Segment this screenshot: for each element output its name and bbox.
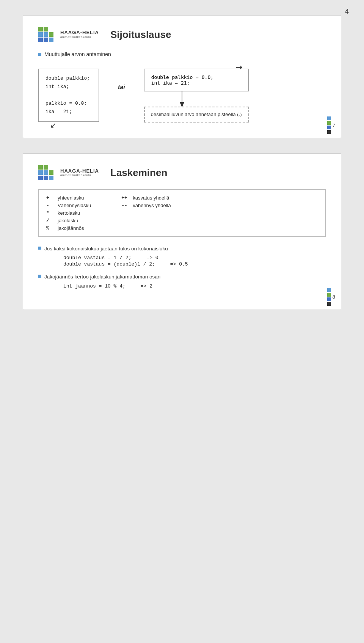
bullet-icon-3: [38, 275, 41, 278]
logo-tile: [44, 170, 48, 175]
ops-label-incr: kasvatus yhdellä: [133, 195, 169, 201]
slide-2: HAAGA-HELIA ammattikorkeakoulu Laskemine…: [23, 153, 341, 310]
color-block-blue-2: [327, 288, 331, 292]
section1-content: Jos kaksi kokonaislukua jaetaan tulos on…: [44, 245, 188, 268]
arrow-up-right-icon: ↗: [233, 61, 245, 73]
logo-tile: [38, 165, 43, 170]
logo-2: HAAGA-HELIA ammattikorkeakoulu: [38, 165, 99, 180]
logo-subtitle-2: ammattikorkeakoulu: [60, 174, 99, 177]
logo-tile: [38, 176, 43, 180]
right-content: double palkkio = 0.0; int ika = 21; ↗ de…: [144, 69, 249, 123]
slide2-num: 8: [333, 294, 335, 300]
logo-tile: [38, 32, 43, 37]
slide2-pagenum: 8: [327, 288, 335, 306]
slide1-subtitle: Muuttujalle arvon antaminen: [44, 51, 111, 57]
code-2-code: double vastaus = (double)1 / 2;: [63, 261, 155, 267]
slide1-header: HAAGA-HELIA ammattikorkeakoulu Sijoitusl…: [38, 27, 326, 42]
color-blocks-icon: [327, 116, 331, 134]
logo-brand-top: HAAGA-HELIA: [60, 30, 99, 35]
code-line-3: int jaannos = 10 % 4; => 2: [63, 283, 160, 289]
right-code-box: double palkkio = 0.0; int ika = 21; ↗: [144, 69, 249, 91]
color-blocks-icon-2: [327, 288, 331, 306]
operations-table: + yhteenlasku - Vähennyslasku * kertolas…: [38, 189, 326, 237]
logo-brand-top-2: HAAGA-HELIA: [60, 168, 99, 174]
section1-code: double vastaus = 1 / 2; => 0 double vast…: [56, 255, 188, 267]
left-code-box: double palkkio; int ika; palkkio = 0.0; …: [38, 69, 99, 122]
slide1-title: Sijoituslause: [110, 29, 171, 41]
bullet-icon: [38, 53, 41, 56]
page-number: 4: [345, 8, 349, 16]
logo-tile: [38, 38, 43, 42]
svg-marker-1: [180, 102, 184, 107]
color-block-black-2: [327, 302, 331, 306]
note-box: desimaaliluvun arvo annetaan pisteellä (…: [144, 107, 249, 123]
logo-tile: [49, 176, 53, 180]
code-1-code: double vastaus = 1 / 2;: [63, 255, 131, 261]
ops-item-incr: ++ kasvatus yhdellä: [121, 195, 171, 201]
ops-right: ++ kasvatus yhdellä -- vähennys yhdellä: [121, 195, 171, 231]
code-3-code: int jaannos = 10 % 4;: [63, 283, 126, 289]
ops-sym-div: /: [46, 218, 53, 223]
section2-content: Jakojäännös kertoo jakolaskun jakamattom…: [44, 273, 160, 289]
ops-sym-mod: %: [46, 225, 53, 231]
right-code-text: double palkkio = 0.0; int ika = 21;: [151, 74, 242, 86]
ops-label-mod: jakojäännös: [58, 225, 84, 231]
logo-tile: [38, 27, 43, 31]
ops-sym-mult: *: [46, 210, 53, 216]
slide1-num: 7: [333, 123, 335, 128]
ops-label-decr: vähennys yhdellä: [133, 203, 171, 208]
color-block-green-2: [327, 293, 331, 297]
code-1-result: => 0: [146, 255, 158, 261]
logo-tile: [44, 32, 48, 37]
logo-tile: [44, 27, 48, 31]
logo-tile: [49, 170, 53, 175]
logo-tile: [38, 170, 43, 175]
section2-bullet: Jakojäännös kertoo jakolaskun jakamattom…: [38, 273, 326, 289]
slide2-header: HAAGA-HELIA ammattikorkeakoulu Laskemine…: [38, 165, 326, 180]
code-line-2: double vastaus = (double)1 / 2; => 0.5: [63, 261, 188, 267]
ops-label-div: jakolasku: [58, 218, 78, 223]
section1-text: Jos kaksi kokonaislukua jaetaan tulos on…: [44, 245, 188, 253]
logo-tile: [44, 176, 48, 180]
ops-left: + yhteenlasku - Vähennyslasku * kertolas…: [46, 195, 91, 231]
bullet-icon-2: [38, 247, 41, 250]
logo-text-2: HAAGA-HELIA ammattikorkeakoulu: [60, 168, 99, 177]
logo-tile: [49, 32, 53, 37]
ops-item-mod: % jakojäännös: [46, 225, 91, 231]
ops-item-decr: -- vähennys yhdellä: [121, 203, 171, 208]
slide-1: HAAGA-HELIA ammattikorkeakoulu Sijoitusl…: [23, 15, 341, 138]
ops-item-mult: * kertolasku: [46, 210, 91, 216]
logo-1: HAAGA-HELIA ammattikorkeakoulu: [38, 27, 99, 42]
section2-text: Jakojäännös kertoo jakolaskun jakamattom…: [44, 273, 160, 281]
logo-icon: [38, 27, 53, 42]
color-block-black: [327, 130, 331, 134]
color-block-green: [327, 121, 331, 125]
ops-item-div: / jakolasku: [46, 218, 91, 223]
logo-icon-2: [38, 165, 53, 180]
logo-subtitle: ammattikorkeakoulu: [60, 36, 99, 39]
slide1-body: double palkkio; int ika; palkkio = 0.0; …: [38, 65, 326, 123]
ops-label-minus: Vähennyslasku: [58, 203, 91, 208]
ops-sym-plus: +: [46, 195, 53, 201]
logo-tile: [49, 27, 53, 31]
ops-label-mult: kertolasku: [58, 210, 80, 216]
code-line-1: double vastaus = 1 / 2; => 0: [63, 255, 188, 261]
ops-sym-minus: -: [46, 203, 53, 208]
color-block-blue: [327, 116, 331, 120]
tai-label: tai: [118, 84, 125, 91]
color-block-darkblue-2: [327, 297, 331, 301]
code-2-result: => 0.5: [170, 261, 188, 267]
code-3-result: => 2: [141, 283, 152, 289]
section1-bullet: Jos kaksi kokonaislukua jaetaan tulos on…: [38, 245, 326, 268]
ops-item-plus: + yhteenlasku: [46, 195, 91, 201]
logo-text: HAAGA-HELIA ammattikorkeakoulu: [60, 30, 99, 39]
left-code-text: double palkkio; int ika; palkkio = 0.0; …: [46, 74, 92, 116]
logo-tile: [49, 165, 53, 170]
ops-label-plus: yhteenlasku: [58, 195, 84, 201]
note-text: desimaaliluvun arvo annetaan pisteellä (…: [151, 112, 242, 117]
section2-code: int jaannos = 10 % 4; => 2: [56, 283, 160, 289]
arrow-line-icon: [174, 91, 190, 110]
logo-tile: [44, 165, 48, 170]
ops-item-minus: - Vähennyslasku: [46, 203, 91, 208]
color-block-darkblue: [327, 126, 331, 129]
